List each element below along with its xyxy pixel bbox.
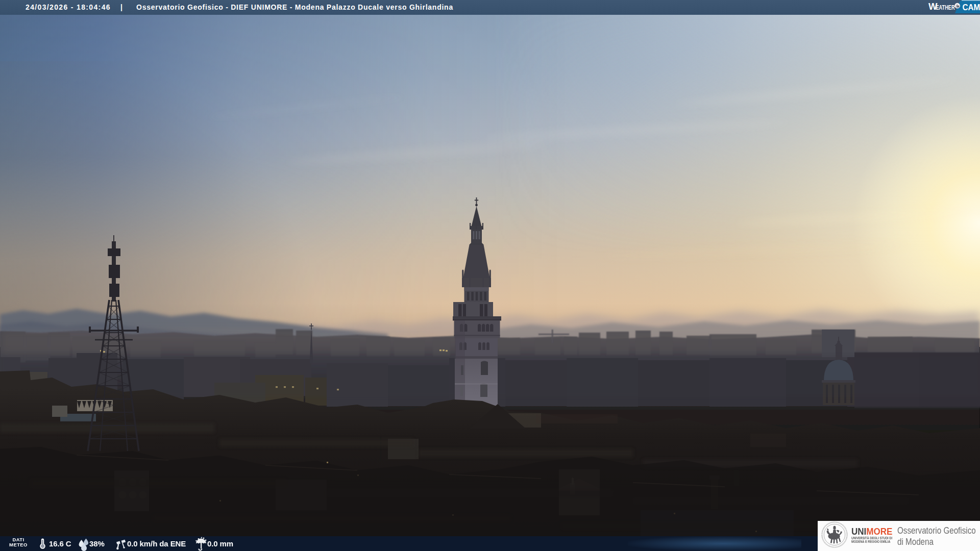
svg-text:EATHER: EATHER [936, 4, 955, 11]
svg-text:CAM: CAM [963, 2, 980, 12]
